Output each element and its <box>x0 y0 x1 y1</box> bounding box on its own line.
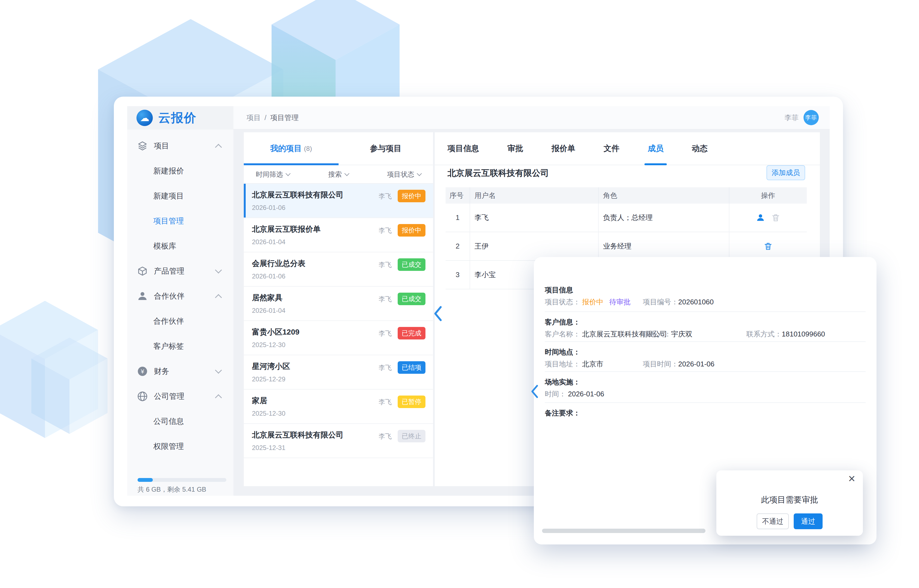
tab-files[interactable]: 文件 <box>603 132 620 165</box>
tab-project-info[interactable]: 项目信息 <box>448 132 479 165</box>
company-title: 北京展云互联科技有限公司 <box>448 167 549 179</box>
avatar[interactable]: 李菲 <box>804 110 819 125</box>
project-date: 2025-12-30 <box>252 341 285 349</box>
sidebar-group-company[interactable]: 公司管理 <box>127 384 233 409</box>
cloud-icon: ☁ <box>136 110 153 126</box>
project-list-item[interactable]: 北京展云互联科技有限公司 李飞 已终止 2025-12-31 <box>244 424 433 458</box>
tab-members[interactable]: 成员 <box>648 132 663 165</box>
member-role: 业务经理 <box>598 232 729 260</box>
horizontal-scrollbar[interactable] <box>542 529 705 533</box>
status-label: 项目状态： <box>545 298 580 306</box>
sidebar-label: 公司信息 <box>153 416 184 426</box>
customer-name-label: 客户名称： <box>545 330 580 338</box>
divider <box>545 371 866 372</box>
breadcrumb-section[interactable]: 项目 <box>246 113 260 123</box>
project-list-item[interactable]: 北京展云互联科技有限公司 李飞 报价中 2026-01-06 <box>244 184 433 218</box>
tab-quotes[interactable]: 报价单 <box>552 132 575 165</box>
address-value: 北京市 <box>582 360 603 368</box>
divider <box>545 312 866 312</box>
status-badge: 已成交 <box>398 292 426 305</box>
project-date: 2025-12-31 <box>252 444 285 452</box>
sidebar-label: 新建报价 <box>153 166 184 176</box>
col-header-username: 用户名 <box>469 187 598 204</box>
approve-button[interactable]: 通过 <box>794 514 823 529</box>
project-date: 2026-01-06 <box>252 273 285 280</box>
project-list-panel: 我的项目 (8) 参与项目 时间筛选 搜索 项目状态 <box>244 132 433 486</box>
customer-line: 客户名称： 北京展云互联科技有限公司 联系人：宇庆双 联系方式：18101099… <box>545 330 866 339</box>
tab-label: 参与项目 <box>370 143 401 154</box>
project-list-item[interactable]: 北京展云互联报价单 李飞 报价中 2026-01-04 <box>244 218 433 252</box>
project-list-item[interactable]: 星河湾小区 李飞 已结项 2025-12-29 <box>244 355 433 389</box>
sidebar-group-finance[interactable]: ¥ 财务 <box>127 359 233 384</box>
add-member-button[interactable]: 添加成员 <box>767 165 805 180</box>
project-list-item[interactable]: 居然家具 李飞 已成交 2026-01-04 <box>244 287 433 321</box>
status-quoting: 报价中 <box>582 298 603 306</box>
approval-dialog: × 此项目需要审批 不通过 通过 <box>716 470 863 536</box>
status-badge: 已终止 <box>398 430 426 443</box>
sidebar-group-projects[interactable]: 项目 <box>127 133 233 158</box>
tab-activity[interactable]: 动态 <box>692 132 708 165</box>
sidebar-label: 产品管理 <box>154 266 184 276</box>
list-filters: 时间筛选 搜索 项目状态 <box>244 165 433 184</box>
project-owner: 李飞 <box>379 398 392 406</box>
project-list-item[interactable]: 会展行业总分表 李飞 已成交 2026-01-06 <box>244 252 433 287</box>
status-badge: 报价中 <box>398 190 426 202</box>
member-actions <box>729 204 807 232</box>
sidebar-item-customer-tags[interactable]: 客户标签 <box>127 334 233 359</box>
company-icon <box>137 391 148 402</box>
sidebar-item-partners[interactable]: 合作伙伴 <box>127 309 233 334</box>
project-date: 2026-01-04 <box>252 307 285 314</box>
sidebar-group-products[interactable]: 产品管理 <box>127 258 233 284</box>
code-value: 202601060 <box>678 298 714 306</box>
tab-count: (8) <box>304 145 312 152</box>
status-badge: 已结项 <box>398 361 426 374</box>
trash-icon[interactable] <box>771 213 780 222</box>
sidebar-item-new-project[interactable]: 新建项目 <box>127 184 233 208</box>
site-time-line: 时间： 2026-01-06 <box>545 389 866 399</box>
collapse-card-chevron-icon[interactable] <box>529 384 540 399</box>
status-badge: 已完成 <box>398 327 426 339</box>
tab-my-projects[interactable]: 我的项目 (8) <box>244 132 338 165</box>
storage-bar <box>138 478 227 482</box>
user-area: 李菲 李菲 <box>785 110 819 125</box>
sidebar-item-company-info[interactable]: 公司信息 <box>127 409 233 434</box>
sidebar-item-template-library[interactable]: 模板库 <box>127 234 233 258</box>
project-list-item[interactable]: 富贵小区1209 李飞 已完成 2025-12-30 <box>244 321 433 355</box>
tab-label: 文件 <box>603 143 620 154</box>
sidebar-label: 项目 <box>154 141 169 151</box>
sidebar-group-partners[interactable]: 合作伙伴 <box>127 284 233 309</box>
status-filter-dropdown[interactable]: 项目状态 <box>387 170 421 179</box>
trash-icon[interactable] <box>764 242 773 251</box>
user-name[interactable]: 李菲 <box>785 113 799 123</box>
section-site: 场地实施： <box>545 377 580 387</box>
project-list-item[interactable]: 家居 李飞 已暂停 2025-12-30 <box>244 389 433 424</box>
sidebar-item-permissions[interactable]: 权限管理 <box>127 434 233 459</box>
tab-joined-projects[interactable]: 参与项目 <box>338 132 434 165</box>
tab-label: 项目信息 <box>448 143 479 154</box>
contact-name: 宇庆双 <box>671 330 692 338</box>
sidebar-label: 权限管理 <box>153 441 184 452</box>
breadcrumb-separator: / <box>264 113 266 122</box>
collapse-list-chevron-icon[interactable] <box>432 305 444 322</box>
member-icon[interactable] <box>756 213 765 222</box>
sidebar-item-project-management[interactable]: 项目管理 <box>127 208 233 234</box>
reject-button[interactable]: 不通过 <box>757 514 789 529</box>
chevron-down-icon <box>417 171 422 176</box>
sidebar-label: 公司管理 <box>154 391 184 402</box>
project-time: 项目时间：2026-01-06 <box>643 359 714 369</box>
section-time-place: 时间地点： <box>545 347 580 357</box>
chevron-up-icon <box>215 394 222 401</box>
time-filter-dropdown[interactable]: 时间筛选 <box>256 170 290 179</box>
search-dropdown[interactable]: 搜索 <box>328 170 349 179</box>
sidebar-item-new-quote[interactable]: 新建报价 <box>127 158 233 184</box>
app-logo[interactable]: 云报价 <box>158 110 197 126</box>
project-time-label: 项目时间： <box>643 360 678 368</box>
phone-value: 18101099660 <box>782 330 825 338</box>
project-list-tabs: 我的项目 (8) 参与项目 <box>244 132 433 165</box>
tab-approval[interactable]: 审批 <box>508 132 523 165</box>
close-icon[interactable]: × <box>848 473 855 485</box>
chevron-down-icon <box>344 171 349 176</box>
col-header-actions: 操作 <box>729 187 807 204</box>
status-badge: 已成交 <box>398 258 426 271</box>
project-date: 2026-01-04 <box>252 238 285 246</box>
